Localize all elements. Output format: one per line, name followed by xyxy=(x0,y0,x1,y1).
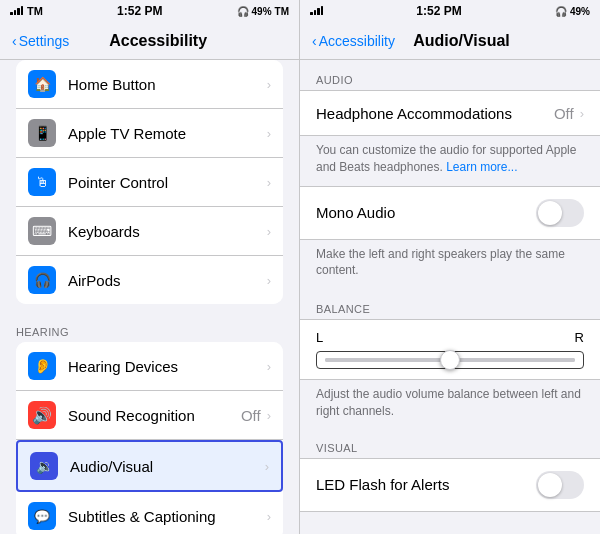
left-battery: 49% xyxy=(252,6,272,17)
right-audio-group: Headphone Accommodations Off › xyxy=(300,90,600,136)
subtitles-label: Subtitles & Captioning xyxy=(68,508,267,525)
led-toggle-knob xyxy=(538,473,562,497)
left-nav-title: Accessibility xyxy=(29,32,287,50)
right-time: 1:52 PM xyxy=(416,4,461,18)
list-item-audio-visual[interactable]: 🔉 Audio/Visual › xyxy=(16,440,283,492)
sound-recognition-chevron-icon: › xyxy=(267,408,271,423)
keyboards-chevron-icon: › xyxy=(267,224,271,239)
list-item-keyboards[interactable]: ⌨ Keyboards › xyxy=(16,207,283,256)
pointer-control-label: Pointer Control xyxy=(68,174,267,191)
home-button-icon: 🏠 xyxy=(28,70,56,98)
balance-section-header: BALANCE xyxy=(300,289,600,319)
balance-description: Adjust the audio volume balance between … xyxy=(300,380,600,428)
home-button-label: Home Button xyxy=(68,76,267,93)
balance-left-label: L xyxy=(316,330,323,345)
balance-slider-container xyxy=(316,351,584,369)
headphone-description: You can customize the audio for supporte… xyxy=(300,136,600,186)
led-toggle[interactable] xyxy=(536,471,584,499)
hearing-devices-chevron-icon: › xyxy=(267,359,271,374)
left-time: 1:52 PM xyxy=(117,4,162,18)
right-nav-bar: ‹ Accessibility Audio/Visual xyxy=(300,22,600,60)
hearing-section-header: HEARING xyxy=(0,312,299,342)
signal-icon xyxy=(10,5,23,17)
right-panel: 1:52 PM 🎧 49% ‹ Accessibility Audio/Visu… xyxy=(300,0,600,534)
headphone-learn-more-link[interactable]: Learn more... xyxy=(446,160,517,174)
airpods-label: AirPods xyxy=(68,272,267,289)
right-item-headphone[interactable]: Headphone Accommodations Off › xyxy=(300,91,600,135)
subtitles-icon: 💬 xyxy=(28,502,56,530)
audio-section-header: AUDIO xyxy=(300,60,600,90)
headphone-value: Off xyxy=(554,105,574,122)
hearing-devices-icon: 👂 xyxy=(28,352,56,380)
balance-slider[interactable] xyxy=(325,358,575,362)
right-nav-title: Audio/Visual xyxy=(335,32,588,50)
right-status-right: 🎧 49% xyxy=(555,6,590,17)
right-status-left xyxy=(310,5,323,17)
apple-tv-remote-icon: 📱 xyxy=(28,119,56,147)
list-item-subtitles[interactable]: 💬 Subtitles & Captioning › xyxy=(16,492,283,534)
list-item-hearing-devices[interactable]: 👂 Hearing Devices › xyxy=(16,342,283,391)
right-battery: 49% xyxy=(570,6,590,17)
right-content: AUDIO Headphone Accommodations Off › You… xyxy=(300,60,600,534)
right-item-led[interactable]: LED Flash for Alerts xyxy=(300,459,600,511)
home-button-chevron-icon: › xyxy=(267,77,271,92)
right-status-bar: 1:52 PM 🎧 49% xyxy=(300,0,600,22)
pointer-control-icon: 🖱 xyxy=(28,168,56,196)
apple-tv-remote-chevron-icon: › xyxy=(267,126,271,141)
right-signal-icon xyxy=(310,5,323,17)
right-headphone-icon: 🎧 xyxy=(555,6,567,17)
list-item-pointer-control[interactable]: 🖱 Pointer Control › xyxy=(16,158,283,207)
sound-recognition-label: Sound Recognition xyxy=(68,407,241,424)
right-back-chevron-icon: ‹ xyxy=(312,33,317,49)
led-label: LED Flash for Alerts xyxy=(316,476,536,493)
balance-section: L R xyxy=(300,319,600,380)
mono-audio-toggle[interactable] xyxy=(536,199,584,227)
subtitles-chevron-icon: › xyxy=(267,509,271,524)
balance-slider-thumb[interactable] xyxy=(440,350,460,370)
left-status-right: 🎧 49% TM xyxy=(237,6,289,17)
list-item-airpods[interactable]: 🎧 AirPods › xyxy=(16,256,283,304)
right-visual-group: LED Flash for Alerts xyxy=(300,458,600,512)
headphone-chevron-icon: › xyxy=(580,106,584,121)
headphone-status-icon: 🎧 xyxy=(237,6,249,17)
list-item-sound-recognition[interactable]: 🔊 Sound Recognition Off › xyxy=(16,391,283,440)
left-back-chevron-icon: ‹ xyxy=(12,33,17,49)
mono-audio-label: Mono Audio xyxy=(316,204,536,221)
keyboards-label: Keyboards xyxy=(68,223,267,240)
left-group-general: 🏠 Home Button › 📱 Apple TV Remote › 🖱 Po… xyxy=(16,60,283,304)
audio-visual-icon: 🔉 xyxy=(30,452,58,480)
keyboards-icon: ⌨ xyxy=(28,217,56,245)
apple-tv-remote-label: Apple TV Remote xyxy=(68,125,267,142)
left-nav-bar: ‹ Settings Accessibility xyxy=(0,22,299,60)
hearing-devices-label: Hearing Devices xyxy=(68,358,267,375)
left-group-hearing: 👂 Hearing Devices › 🔊 Sound Recognition … xyxy=(16,342,283,534)
balance-right-label: R xyxy=(575,330,584,345)
left-carrier: TM xyxy=(27,5,43,17)
visual-section-header: VISUAL xyxy=(300,428,600,458)
pointer-control-chevron-icon: › xyxy=(267,175,271,190)
right-item-mono[interactable]: Mono Audio xyxy=(300,187,600,239)
headphone-label: Headphone Accommodations xyxy=(316,105,554,122)
audio-visual-chevron-icon: › xyxy=(265,459,269,474)
left-settings-list: 🏠 Home Button › 📱 Apple TV Remote › 🖱 Po… xyxy=(0,60,299,534)
left-status-bar: TM 1:52 PM 🎧 49% TM xyxy=(0,0,299,22)
sound-recognition-icon: 🔊 xyxy=(28,401,56,429)
mono-audio-toggle-knob xyxy=(538,201,562,225)
list-item-home-button[interactable]: 🏠 Home Button › xyxy=(16,60,283,109)
right-carrier: TM xyxy=(275,6,289,17)
sound-recognition-value: Off xyxy=(241,407,261,424)
left-status-left: TM xyxy=(10,5,43,17)
left-panel: TM 1:52 PM 🎧 49% TM ‹ Settings Accessibi… xyxy=(0,0,300,534)
right-mono-group: Mono Audio xyxy=(300,186,600,240)
list-item-apple-tv-remote[interactable]: 📱 Apple TV Remote › xyxy=(16,109,283,158)
airpods-chevron-icon: › xyxy=(267,273,271,288)
mono-description: Make the left and right speakers play th… xyxy=(300,240,600,290)
balance-labels: L R xyxy=(316,330,584,345)
airpods-icon: 🎧 xyxy=(28,266,56,294)
audio-visual-label: Audio/Visual xyxy=(70,458,265,475)
